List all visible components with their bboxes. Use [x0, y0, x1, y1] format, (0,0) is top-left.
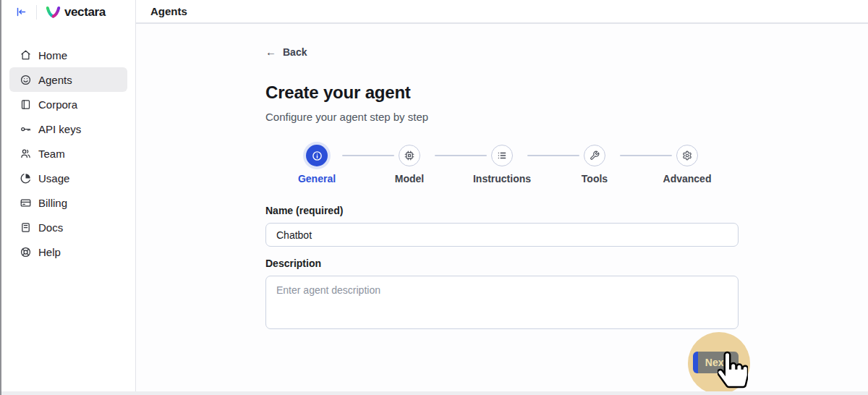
header-title: Agents	[150, 5, 187, 17]
step-tools[interactable]: Tools	[548, 145, 641, 187]
form-actions: Next	[265, 352, 739, 373]
info-icon	[306, 145, 328, 166]
name-field-label: Name (required)	[265, 205, 739, 216]
usage-pie-icon	[20, 173, 31, 184]
vectara-logo-icon	[46, 6, 61, 19]
brand-wordmark: vectara	[64, 5, 106, 20]
next-button[interactable]: Next	[694, 352, 739, 373]
sidebar-item-corpora[interactable]: Corpora	[9, 92, 127, 116]
content-area: ← Back Create your agent Configure your …	[136, 24, 868, 395]
sidebar-item-billing[interactable]: Billing	[9, 190, 127, 215]
sidebar-item-label: Corpora	[38, 98, 77, 111]
window-bottom-edge	[1, 391, 868, 395]
vectara-logo[interactable]: vectara	[46, 5, 106, 20]
back-arrow-icon: ←	[265, 46, 276, 58]
collapse-sidebar-icon[interactable]	[16, 7, 27, 17]
sidebar-item-label: Help	[38, 246, 61, 258]
sidebar-item-label: API keys	[38, 123, 81, 135]
wrench-icon	[584, 145, 605, 166]
corpora-book-icon	[20, 99, 31, 110]
list-icon	[491, 145, 513, 166]
sidebar-item-docs[interactable]: Docs	[9, 215, 127, 239]
docs-icon	[20, 222, 31, 233]
sidebar-item-team[interactable]: Team	[9, 141, 127, 166]
billing-card-icon	[20, 198, 31, 208]
step-label: Tools	[582, 173, 608, 184]
sidebar-item-agents[interactable]: Agents	[9, 67, 127, 92]
step-instructions[interactable]: Instructions	[456, 145, 548, 187]
sidebar-item-home[interactable]: Home	[9, 43, 127, 67]
stepper-connector	[620, 155, 672, 156]
next-button-edge	[693, 352, 698, 373]
sidebar-item-label: Docs	[38, 221, 63, 234]
step-advanced[interactable]: Advanced	[641, 145, 733, 187]
agent-description-textarea[interactable]	[265, 276, 739, 329]
team-icon	[20, 148, 31, 159]
page-title: Create your agent	[265, 82, 739, 103]
key-icon	[20, 124, 31, 135]
page-subtitle: Configure your agent step by step	[265, 111, 739, 123]
topbar-divider	[36, 5, 37, 20]
page-header: Agents	[136, 0, 868, 24]
help-buoy-icon	[20, 247, 31, 258]
step-label: Advanced	[663, 173, 712, 184]
back-label: Back	[283, 46, 307, 58]
sidebar-item-label: Billing	[38, 197, 67, 209]
sidebar-item-help[interactable]: Help	[9, 239, 127, 264]
sidebar-item-label: Agents	[38, 74, 72, 86]
sidebar-item-api-keys[interactable]: API keys	[9, 116, 127, 141]
description-field-label: Description	[265, 258, 739, 269]
gear-icon	[676, 145, 698, 166]
wizard-stepper: General Model Instructions	[271, 145, 733, 187]
sidebar-item-label: Team	[38, 148, 65, 160]
step-general[interactable]: General	[271, 145, 363, 187]
home-icon	[20, 50, 31, 61]
step-label: General	[298, 173, 336, 184]
sidebar-item-usage[interactable]: Usage	[9, 166, 127, 190]
step-label: Model	[395, 173, 424, 184]
app-window: vectara Home Agents Corpora	[0, 0, 868, 395]
sidebar-top: vectara	[1, 0, 135, 24]
sidebar-nav: Home Agents Corpora API keys	[1, 24, 135, 264]
stepper-connector	[435, 155, 487, 156]
agents-icon	[20, 75, 31, 85]
stepper-connector	[527, 155, 579, 156]
agent-name-input[interactable]	[265, 223, 739, 247]
sidebar-item-label: Usage	[38, 172, 69, 184]
cpu-chip-icon	[399, 145, 420, 166]
back-button[interactable]: ← Back	[265, 46, 307, 58]
main-region: Agents ← Back Create your agent Configur…	[136, 0, 868, 395]
stepper-connector	[342, 155, 394, 156]
sidebar: vectara Home Agents Corpora	[1, 0, 136, 395]
sidebar-item-label: Home	[38, 49, 67, 61]
step-model[interactable]: Model	[363, 145, 456, 187]
step-label: Instructions	[473, 173, 531, 184]
